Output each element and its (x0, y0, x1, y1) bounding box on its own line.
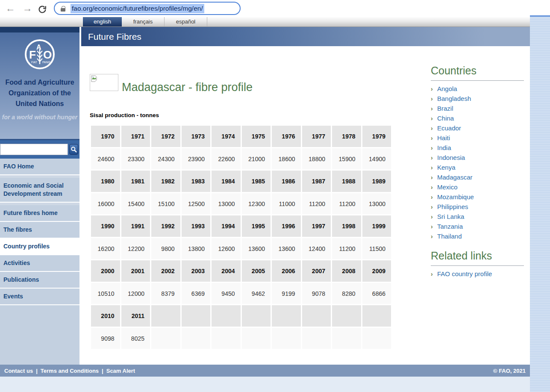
footer-links: Contact us|Terms and Conditions|Scam Ale… (4, 368, 135, 374)
value-cell: 23900 (182, 148, 211, 169)
country-link[interactable]: Angola (437, 85, 457, 92)
footer-link-contact-us[interactable]: Contact us (4, 368, 33, 374)
year-cell: 2004 (212, 260, 241, 282)
chevron-right-icon: › (431, 174, 433, 181)
year-cell: 1999 (362, 215, 391, 237)
year-cell: 1992 (151, 215, 180, 237)
svg-text:PANIS: PANIS (42, 61, 51, 64)
value-cell: 13000 (362, 193, 391, 214)
country-link[interactable]: Thailand (437, 233, 462, 240)
country-link[interactable]: Bangladesh (437, 95, 471, 102)
forward-icon[interactable]: → (21, 1, 34, 15)
value-cell: 12200 (121, 238, 150, 259)
value-cell: 9450 (212, 283, 241, 304)
svg-text:A: A (36, 44, 41, 51)
site-banner: Future Fibres (81, 27, 530, 46)
sidebar-item-fao-home[interactable]: FAO Home (0, 159, 79, 175)
year-cell: 1983 (182, 171, 211, 192)
country-item: ›Philippines (431, 203, 524, 211)
country-item: ›Kenya (431, 164, 524, 171)
related-link[interactable]: FAO country profile (437, 270, 492, 277)
value-cell: 16200 (91, 238, 120, 259)
country-item: ›Sri Lanka (431, 213, 524, 221)
sidebar-item-country-profiles[interactable]: Country profiles (0, 239, 79, 255)
chevron-right-icon: › (431, 144, 433, 152)
value-cell: 9462 (242, 283, 271, 304)
country-link[interactable]: Madagascar (437, 174, 473, 181)
sidebar-item-the-fibres[interactable]: The fibres (0, 222, 79, 239)
back-icon[interactable]: ← (3, 1, 17, 15)
related-links-list: ›FAO country profile (431, 270, 524, 278)
footer-separator: | (36, 368, 38, 374)
country-item: ›Mozambique (431, 193, 524, 201)
chevron-right-icon: › (431, 193, 433, 201)
year-cell: 1996 (272, 215, 301, 237)
org-name: Food and Agriculture Organization of the… (3, 77, 76, 109)
chevron-right-icon: › (431, 203, 433, 211)
country-link[interactable]: Brazil (437, 105, 453, 112)
value-cell: 13000 (212, 193, 241, 214)
value-cell: 8025 (121, 328, 150, 349)
sidebar-item-economic-and-social-development-stream[interactable]: Economic and Social Development stream (0, 178, 79, 203)
org-tagline: for a world without hunger (0, 114, 79, 121)
year-cell: 2002 (151, 260, 180, 282)
country-link[interactable]: Tanzania (437, 223, 463, 230)
related-links-heading: Related links (431, 250, 524, 262)
value-cell: 21000 (242, 148, 271, 169)
country-link[interactable]: Sri Lanka (437, 213, 464, 220)
value-cell: 9199 (272, 283, 301, 304)
value-cell (182, 328, 211, 349)
tab-francais[interactable]: français (122, 17, 165, 27)
year-cell: 1970 (91, 126, 120, 147)
footer-link-scam-alert[interactable]: Scam Alert (106, 368, 135, 374)
sidebar-item-activities[interactable]: Activities (0, 255, 79, 272)
svg-text:O: O (43, 48, 52, 61)
value-cell: 9098 (91, 328, 120, 349)
tab-espanol[interactable]: español (165, 17, 207, 27)
value-cell: 13600 (242, 238, 271, 259)
language-bar: english français español (0, 17, 530, 27)
footer-link-terms-and-conditions[interactable]: Terms and Conditions (41, 368, 99, 374)
country-link[interactable]: China (437, 115, 454, 122)
country-item: ›Angola (431, 85, 524, 93)
country-item: ›Mexico (431, 183, 524, 191)
value-cell: 11200 (302, 193, 331, 214)
production-table: 1970197119721973197419751976197719781979… (90, 124, 392, 350)
search-button[interactable] (69, 144, 78, 155)
year-header-row: 1970197119721973197419751976197719781979 (91, 126, 391, 147)
chevron-right-icon: › (431, 270, 433, 278)
country-link[interactable]: Philippines (437, 203, 468, 210)
year-cell: 1993 (182, 215, 211, 237)
year-cell: 2009 (362, 260, 391, 282)
tab-english[interactable]: english (83, 17, 122, 27)
country-link[interactable]: Kenya (437, 164, 456, 171)
search-input[interactable] (0, 144, 68, 155)
year-cell: 1988 (332, 171, 361, 192)
year-cell: 2010 (91, 305, 120, 327)
lock-icon (61, 6, 66, 12)
chevron-right-icon: › (431, 115, 433, 122)
sidebar-item-future-fibres-home[interactable]: Future fibres home (0, 205, 79, 222)
year-cell: 1984 (212, 171, 241, 192)
value-cell (242, 328, 271, 349)
year-cell: 1980 (91, 171, 120, 192)
year-cell (362, 305, 391, 327)
refresh-icon[interactable] (38, 4, 47, 13)
sidebar-item-publications[interactable]: Publications (0, 272, 79, 289)
country-link[interactable]: Haiti (437, 134, 450, 141)
sidebar-item-events[interactable]: Events (0, 289, 79, 305)
chevron-right-icon: › (431, 233, 433, 240)
related-item: ›FAO country profile (431, 270, 524, 278)
value-cell: 11500 (362, 238, 391, 259)
sidebar: F O A FIAT PANIS Food and Agriculture Or… (0, 27, 79, 365)
country-link[interactable]: Ecuador (437, 124, 461, 132)
country-link[interactable]: Indonesia (437, 154, 465, 161)
broken-image-placeholder (90, 74, 118, 91)
country-link[interactable]: India (437, 144, 451, 151)
value-cell (272, 328, 301, 349)
country-link[interactable]: Mexico (437, 183, 458, 191)
address-bar[interactable]: fao.org/economic/futurefibres/profiles/m… (54, 2, 241, 15)
country-link[interactable]: Mozambique (437, 193, 474, 200)
chevron-right-icon: › (431, 105, 433, 112)
year-cell (272, 305, 301, 327)
